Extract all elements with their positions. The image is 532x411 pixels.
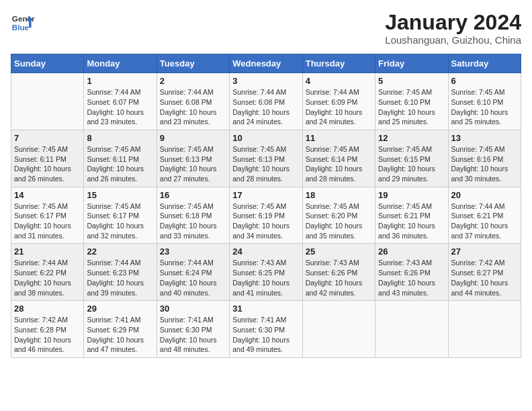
day-info: Sunrise: 7:45 AMSunset: 6:16 PMDaylight:… <box>451 144 518 184</box>
sunset-text: Sunset: 6:13 PM <box>160 154 226 165</box>
sunrise-text: Sunrise: 7:45 AM <box>232 201 299 212</box>
daylight-text: Daylight: 10 hours and 26 minutes. <box>87 164 153 183</box>
day-number: 20 <box>451 190 518 200</box>
daylight-text: Daylight: 10 hours and 40 minutes. <box>160 278 226 298</box>
main-title: January 2024 <box>385 11 521 34</box>
sunset-text: Sunset: 6:09 PM <box>306 97 372 107</box>
day-info: Sunrise: 7:41 AMSunset: 6:29 PMDaylight:… <box>87 315 153 355</box>
daylight-text: Daylight: 10 hours and 41 minutes. <box>232 278 299 298</box>
calendar-cell: 11Sunrise: 7:45 AMSunset: 6:14 PMDayligh… <box>302 130 375 187</box>
day-info: Sunrise: 7:42 AMSunset: 6:27 PMDaylight:… <box>451 258 518 298</box>
day-number: 8 <box>87 133 153 143</box>
day-info: Sunrise: 7:45 AMSunset: 6:13 PMDaylight:… <box>160 144 226 184</box>
day-number: 12 <box>378 133 445 143</box>
sunrise-text: Sunrise: 7:44 AM <box>160 258 226 268</box>
week-row-4: 28Sunrise: 7:42 AMSunset: 6:28 PMDayligh… <box>11 301 521 358</box>
day-number: 10 <box>232 133 299 143</box>
calendar-cell: 31Sunrise: 7:41 AMSunset: 6:30 PMDayligh… <box>230 301 302 358</box>
daylight-text: Daylight: 10 hours and 26 minutes. <box>14 164 81 183</box>
week-row-1: 7Sunrise: 7:45 AMSunset: 6:11 PMDaylight… <box>11 130 521 187</box>
day-info: Sunrise: 7:41 AMSunset: 6:30 PMDaylight:… <box>160 315 226 355</box>
daylight-text: Daylight: 10 hours and 30 minutes. <box>451 164 518 183</box>
day-info: Sunrise: 7:44 AMSunset: 6:23 PMDaylight:… <box>87 258 153 298</box>
day-info: Sunrise: 7:45 AMSunset: 6:10 PMDaylight:… <box>378 87 445 127</box>
calendar-cell: 7Sunrise: 7:45 AMSunset: 6:11 PMDaylight… <box>11 130 84 187</box>
sunset-text: Sunset: 6:22 PM <box>14 268 81 278</box>
day-number: 19 <box>378 190 445 200</box>
sunrise-text: Sunrise: 7:45 AM <box>14 144 81 154</box>
sunrise-text: Sunrise: 7:44 AM <box>306 87 372 97</box>
calendar-cell: 29Sunrise: 7:41 AMSunset: 6:29 PMDayligh… <box>84 301 157 358</box>
calendar-cell: 26Sunrise: 7:43 AMSunset: 6:26 PMDayligh… <box>375 244 448 301</box>
day-number: 5 <box>378 76 445 86</box>
sunrise-text: Sunrise: 7:41 AM <box>232 315 299 325</box>
daylight-text: Daylight: 10 hours and 27 minutes. <box>160 164 226 183</box>
title-block: January 2024 Loushanguan, Guizhou, China <box>385 11 521 46</box>
day-info: Sunrise: 7:45 AMSunset: 6:15 PMDaylight:… <box>378 144 445 184</box>
day-number: 3 <box>232 76 299 86</box>
day-number: 13 <box>451 133 518 143</box>
sunrise-text: Sunrise: 7:45 AM <box>14 201 81 212</box>
sunrise-text: Sunrise: 7:45 AM <box>306 201 372 212</box>
calendar-cell: 25Sunrise: 7:43 AMSunset: 6:26 PMDayligh… <box>302 244 375 301</box>
day-info: Sunrise: 7:45 AMSunset: 6:17 PMDaylight:… <box>87 201 153 241</box>
weekday-header-wednesday: Wednesday <box>230 54 302 73</box>
calendar-cell: 14Sunrise: 7:45 AMSunset: 6:17 PMDayligh… <box>11 187 84 244</box>
day-number: 27 <box>451 246 518 257</box>
week-row-3: 21Sunrise: 7:44 AMSunset: 6:22 PMDayligh… <box>11 244 521 301</box>
day-number: 9 <box>160 133 226 143</box>
calendar-cell: 28Sunrise: 7:42 AMSunset: 6:28 PMDayligh… <box>11 301 84 358</box>
day-info: Sunrise: 7:45 AMSunset: 6:20 PMDaylight:… <box>306 201 372 241</box>
daylight-text: Daylight: 10 hours and 32 minutes. <box>87 221 153 240</box>
sunrise-text: Sunrise: 7:44 AM <box>14 258 81 268</box>
weekday-header-saturday: Saturday <box>448 54 521 73</box>
sunset-text: Sunset: 6:19 PM <box>232 211 299 221</box>
daylight-text: Daylight: 10 hours and 23 minutes. <box>160 107 226 127</box>
sunset-text: Sunset: 6:08 PM <box>232 97 299 107</box>
calendar-cell <box>11 73 84 130</box>
day-number: 16 <box>160 190 226 200</box>
day-number: 4 <box>306 76 372 86</box>
daylight-text: Daylight: 10 hours and 37 minutes. <box>451 221 518 240</box>
header: General Blue January 2024 Loushanguan, G… <box>11 11 521 46</box>
day-info: Sunrise: 7:42 AMSunset: 6:28 PMDaylight:… <box>14 315 81 355</box>
svg-text:Blue: Blue <box>12 23 30 32</box>
day-number: 7 <box>14 133 81 143</box>
sunset-text: Sunset: 6:15 PM <box>378 154 445 165</box>
daylight-text: Daylight: 10 hours and 43 minutes. <box>378 278 445 298</box>
day-info: Sunrise: 7:43 AMSunset: 6:26 PMDaylight:… <box>378 258 445 298</box>
sunset-text: Sunset: 6:13 PM <box>232 154 299 165</box>
calendar-cell: 5Sunrise: 7:45 AMSunset: 6:10 PMDaylight… <box>375 73 448 130</box>
calendar-cell: 24Sunrise: 7:43 AMSunset: 6:25 PMDayligh… <box>230 244 302 301</box>
daylight-text: Daylight: 10 hours and 49 minutes. <box>232 335 299 355</box>
day-number: 2 <box>160 76 226 86</box>
daylight-text: Daylight: 10 hours and 42 minutes. <box>306 278 372 298</box>
calendar-table: SundayMondayTuesdayWednesdayThursdayFrid… <box>11 54 521 358</box>
daylight-text: Daylight: 10 hours and 34 minutes. <box>232 221 299 240</box>
day-number: 21 <box>14 246 81 257</box>
logo-icon: General Blue <box>11 11 35 35</box>
sunset-text: Sunset: 6:30 PM <box>232 325 299 335</box>
calendar-cell: 15Sunrise: 7:45 AMSunset: 6:17 PMDayligh… <box>84 187 157 244</box>
day-number: 25 <box>306 246 372 257</box>
sunset-text: Sunset: 6:29 PM <box>87 325 153 335</box>
sunset-text: Sunset: 6:21 PM <box>378 211 445 221</box>
sunset-text: Sunset: 6:28 PM <box>14 325 81 335</box>
sunset-text: Sunset: 6:07 PM <box>87 97 153 107</box>
sunrise-text: Sunrise: 7:45 AM <box>451 144 518 154</box>
calendar-cell: 1Sunrise: 7:44 AMSunset: 6:07 PMDaylight… <box>84 73 157 130</box>
weekday-header-monday: Monday <box>84 54 157 73</box>
calendar-cell: 3Sunrise: 7:44 AMSunset: 6:08 PMDaylight… <box>230 73 302 130</box>
sunrise-text: Sunrise: 7:45 AM <box>378 144 445 154</box>
day-info: Sunrise: 7:45 AMSunset: 6:11 PMDaylight:… <box>14 144 81 184</box>
sunset-text: Sunset: 6:10 PM <box>451 97 518 107</box>
daylight-text: Daylight: 10 hours and 23 minutes. <box>87 107 153 127</box>
daylight-text: Daylight: 10 hours and 39 minutes. <box>87 278 153 298</box>
day-number: 6 <box>451 76 518 86</box>
sunrise-text: Sunrise: 7:41 AM <box>160 315 226 325</box>
day-number: 29 <box>87 304 153 314</box>
day-info: Sunrise: 7:44 AMSunset: 6:08 PMDaylight:… <box>160 87 226 127</box>
day-number: 22 <box>87 246 153 257</box>
sunrise-text: Sunrise: 7:45 AM <box>160 144 226 154</box>
calendar-cell: 2Sunrise: 7:44 AMSunset: 6:08 PMDaylight… <box>157 73 229 130</box>
